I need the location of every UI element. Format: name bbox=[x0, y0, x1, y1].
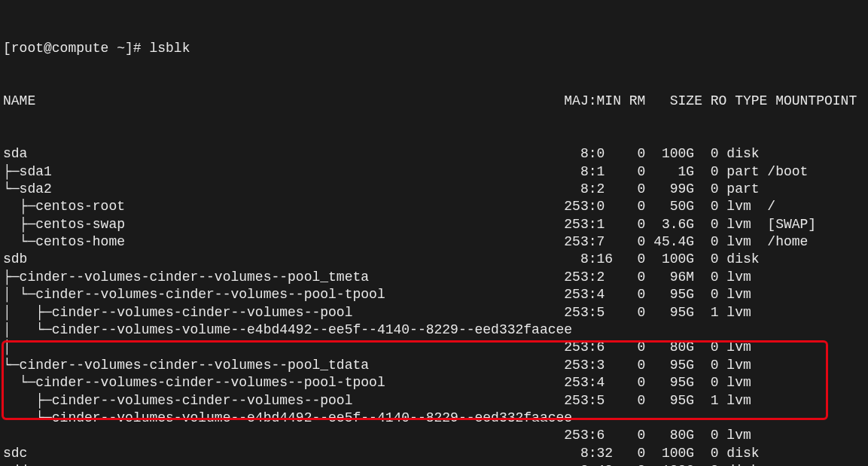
lsblk-row: sdb 8:16 0 100G 0 disk bbox=[3, 251, 865, 268]
lsblk-row: └─cinder--volumes-volume--e4bd4492--ee5f… bbox=[3, 410, 865, 427]
lsblk-row: sda 8:0 0 100G 0 disk bbox=[3, 145, 865, 163]
lsblk-row: │ └─cinder--volumes-volume--e4bd4492--ee… bbox=[3, 321, 865, 339]
lsblk-row: ├─cinder--volumes-cinder--volumes--pool_… bbox=[3, 269, 865, 286]
lsblk-row: sdd 8:48 0 100G 0 disk bbox=[3, 462, 865, 466]
lsblk-output: sda 8:0 0 100G 0 disk├─sda1 8:1 0 1G 0 p… bbox=[3, 145, 865, 466]
lsblk-row: ├─sda1 8:1 0 1G 0 part /boot bbox=[3, 163, 865, 181]
terminal-window[interactable]: [root@compute ~]# lsblk NAME MAJ:MIN RM … bbox=[0, 0, 868, 466]
lsblk-row: sdc 8:32 0 100G 0 disk bbox=[3, 445, 865, 462]
lsblk-row: └─cinder--volumes-cinder--volumes--pool-… bbox=[3, 374, 865, 391]
lsblk-row: └─cinder--volumes-cinder--volumes--pool_… bbox=[3, 357, 865, 374]
lsblk-row: │ └─cinder--volumes-cinder--volumes--poo… bbox=[3, 286, 865, 303]
lsblk-row: └─sda2 8:2 0 99G 0 part bbox=[3, 181, 865, 198]
lsblk-row: ├─centos-root 253:0 0 50G 0 lvm / bbox=[3, 198, 865, 215]
lsblk-row: 253:6 0 80G 0 lvm bbox=[3, 427, 865, 444]
lsblk-row: ├─centos-swap 253:1 0 3.6G 0 lvm [SWAP] bbox=[3, 216, 865, 233]
prompt-line: [root@compute ~]# lsblk bbox=[3, 40, 865, 57]
lsblk-row: │ 253:6 0 80G 0 lvm bbox=[3, 339, 865, 356]
lsblk-row: │ ├─cinder--volumes-cinder--volumes--poo… bbox=[3, 304, 865, 321]
lsblk-header: NAME MAJ:MIN RM SIZE RO TYPE MOUNTPOINT bbox=[3, 93, 865, 110]
lsblk-row: └─centos-home 253:7 0 45.4G 0 lvm /home bbox=[3, 233, 865, 251]
lsblk-row: ├─cinder--volumes-cinder--volumes--pool … bbox=[3, 392, 865, 410]
